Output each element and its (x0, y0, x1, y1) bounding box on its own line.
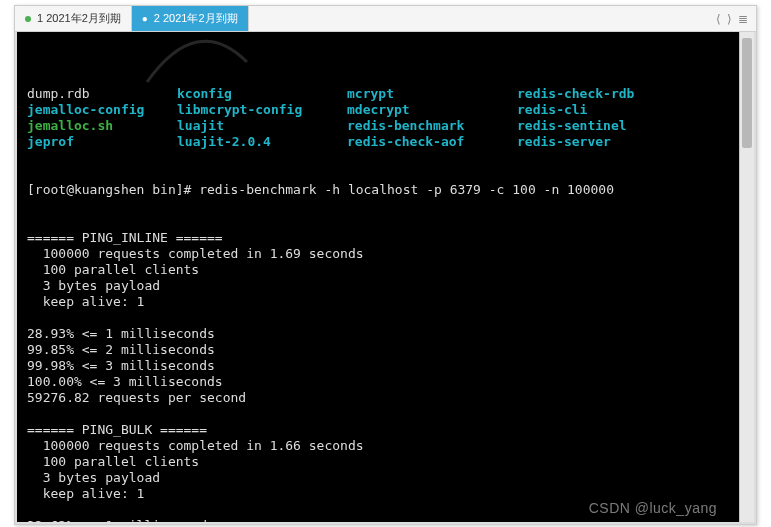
output-line: ====== PING_BULK ====== (27, 422, 729, 438)
output-line: 100 parallel clients (27, 262, 729, 278)
output-line: 100 parallel clients (27, 454, 729, 470)
output-line: 59276.82 requests per second (27, 390, 729, 406)
next-icon[interactable]: ⟩ (727, 12, 732, 26)
ls-row: dump.rdbkconfigmcryptredis-check-rdb (27, 86, 729, 102)
output-line: 100000 requests completed in 1.66 second… (27, 438, 729, 454)
terminal-window: 1 2021年2月到期 ● 2 2021年2月到期 ⟨ ⟩ ≣ dump.rdb… (14, 5, 757, 525)
tab-2[interactable]: ● 2 2021年2月到期 (132, 6, 249, 31)
tab-1[interactable]: 1 2021年2月到期 (15, 6, 132, 31)
scrollbar-thumb[interactable] (742, 38, 752, 148)
ls-entry: redis-server (517, 134, 611, 150)
tab-bar: 1 2021年2月到期 ● 2 2021年2月到期 ⟨ ⟩ ≣ (15, 6, 756, 32)
status-dot-icon (25, 16, 31, 22)
tab-label: 2 2021年2月到期 (154, 11, 238, 26)
status-dot-icon: ● (142, 13, 148, 24)
output-line: 28.93% <= 1 milliseconds (27, 326, 729, 342)
ls-entry: mcrypt (347, 86, 517, 102)
output-line: 32.62% <= 1 milliseconds (27, 518, 729, 522)
ls-row: jemalloc-configlibmcrypt-configmdecryptr… (27, 102, 729, 118)
ls-entry: jeprof (27, 134, 177, 150)
prompt-line: [root@kuangshen bin]# redis-benchmark -h… (27, 182, 729, 198)
output-line: 99.98% <= 3 milliseconds (27, 358, 729, 374)
output-line (27, 406, 729, 422)
terminal-output[interactable]: dump.rdbkconfigmcryptredis-check-rdbjema… (17, 32, 739, 522)
output-line: 3 bytes payload (27, 278, 729, 294)
output-line (27, 310, 729, 326)
ls-row: jeprofluajit-2.0.4redis-check-aofredis-s… (27, 134, 729, 150)
menu-icon[interactable]: ≣ (738, 12, 748, 26)
file-listing: dump.rdbkconfigmcryptredis-check-rdbjema… (27, 86, 729, 150)
benchmark-output: ====== PING_INLINE ====== 100000 request… (27, 230, 729, 522)
ls-entry: redis-cli (517, 102, 587, 118)
scrollbar[interactable] (739, 32, 754, 522)
ls-entry: luajit (177, 118, 347, 134)
ls-entry: jemalloc.sh (27, 118, 177, 134)
output-line: 99.85% <= 2 milliseconds (27, 342, 729, 358)
prev-icon[interactable]: ⟨ (716, 12, 721, 26)
output-line: keep alive: 1 (27, 486, 729, 502)
ls-entry: redis-check-aof (347, 134, 517, 150)
ls-entry: dump.rdb (27, 86, 177, 102)
output-line: 100.00% <= 3 milliseconds (27, 374, 729, 390)
prompt-userhost: [root@kuangshen bin]# (27, 182, 199, 197)
ls-entry: redis-benchmark (347, 118, 517, 134)
watermark-curve-icon (137, 32, 257, 92)
tabbar-controls: ⟨ ⟩ ≣ (716, 6, 756, 31)
output-line: 100000 requests completed in 1.69 second… (27, 246, 729, 262)
tab-label: 1 2021年2月到期 (37, 11, 121, 26)
output-line: keep alive: 1 (27, 294, 729, 310)
terminal-body-wrap: dump.rdbkconfigmcryptredis-check-rdbjema… (15, 32, 756, 524)
output-line: ====== PING_INLINE ====== (27, 230, 729, 246)
ls-entry: redis-sentinel (517, 118, 627, 134)
ls-entry: mdecrypt (347, 102, 517, 118)
ls-entry: libmcrypt-config (177, 102, 347, 118)
ls-entry: luajit-2.0.4 (177, 134, 347, 150)
prompt-command: redis-benchmark -h localhost -p 6379 -c … (199, 182, 614, 197)
ls-entry: jemalloc-config (27, 102, 177, 118)
ls-entry: redis-check-rdb (517, 86, 634, 102)
output-line (27, 502, 729, 518)
output-line: 3 bytes payload (27, 470, 729, 486)
ls-entry: kconfig (177, 86, 347, 102)
ls-row: jemalloc.shluajitredis-benchmarkredis-se… (27, 118, 729, 134)
